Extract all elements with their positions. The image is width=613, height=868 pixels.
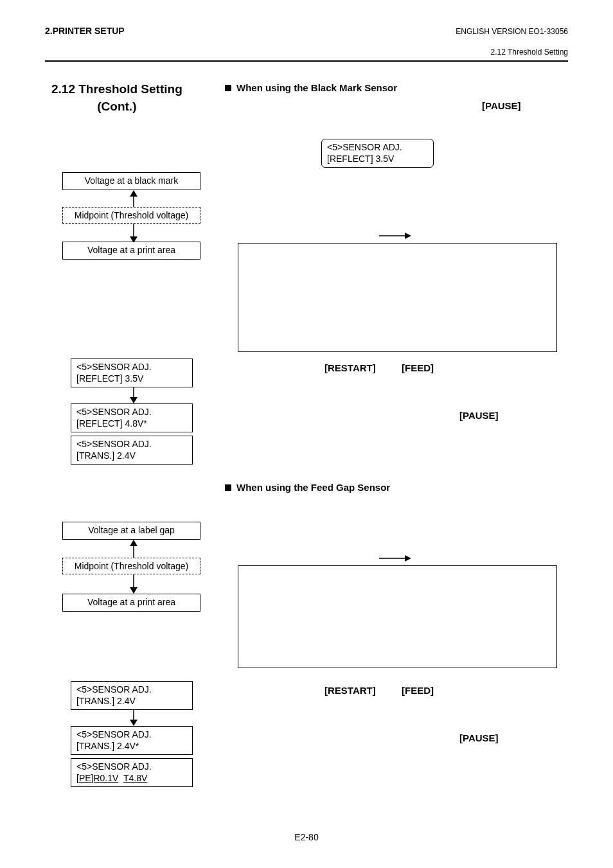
- lcd-reflect-box: <5>SENSOR ADJ. [REFLECT] 3.5V: [321, 139, 434, 168]
- seq2-box-3: <5>SENSOR ADJ. [PE]R0.1V T4.8V: [71, 758, 193, 787]
- square-bullet-icon: [225, 85, 231, 91]
- voltage-print-area-box-1: Voltage at a print area: [62, 242, 200, 260]
- feed-label-2: [FEED]: [402, 685, 434, 696]
- header-left: 2.PRINTER SETUP: [45, 26, 125, 36]
- svg-marker-9: [130, 540, 138, 546]
- voltage-print-area-box-2: Voltage at a print area: [62, 594, 200, 612]
- arrow-right-icon-2: [379, 554, 411, 562]
- fg-seq1-l2: [TRANS.] 2.4V: [76, 696, 187, 707]
- feed-gap-heading: When using the Feed Gap Sensor: [225, 482, 390, 493]
- black-mark-heading: When using the Black Mark Sensor: [225, 82, 397, 93]
- arrow-down-icon-2: [127, 387, 140, 403]
- section-title-line2: (Cont.): [51, 98, 182, 116]
- seq1-box-2: <5>SENSOR ADJ. [REFLECT] 4.8V*: [71, 403, 193, 432]
- square-bullet-icon-2: [225, 484, 231, 491]
- arrow-down-icon-4: [127, 709, 140, 726]
- voltage-label-gap-box: Voltage at a label gap: [62, 522, 200, 540]
- seq2-box-1: <5>SENSOR ADJ. [TRANS.] 2.4V: [71, 681, 193, 710]
- pause-label-2: [PAUSE]: [459, 410, 499, 421]
- section-title-block: 2.12 Threshold Setting (Cont.): [51, 81, 182, 115]
- seq1-l1: <5>SENSOR ADJ.: [76, 362, 187, 373]
- seq1-box-1: <5>SENSOR ADJ. [REFLECT] 3.5V: [71, 359, 193, 387]
- seq2-l1: <5>SENSOR ADJ.: [76, 407, 187, 418]
- waveform-rect-2: [238, 565, 557, 668]
- header-rule: [45, 60, 568, 62]
- midpoint-box-2: Midpoint (Threshold voltage): [62, 558, 200, 574]
- arrow-down-icon: [127, 224, 140, 243]
- svg-marker-15: [130, 720, 138, 726]
- seq2-l2: [REFLECT] 4.8V*: [76, 418, 187, 430]
- pause-label-1: [PAUSE]: [482, 100, 521, 111]
- section-title-line1: 2.12 Threshold Setting: [51, 81, 182, 98]
- seq1-l2: [REFLECT] 3.5V: [76, 373, 187, 385]
- svg-marker-13: [405, 555, 411, 562]
- arrow-right-icon: [379, 232, 411, 240]
- fg-seq3-l2b: T4.8V: [123, 773, 147, 783]
- lcd-reflect-l2: [REFLECT] 3.5V: [327, 154, 428, 165]
- black-mark-heading-text: When using the Black Mark Sensor: [236, 82, 397, 93]
- seq2-box-2: <5>SENSOR ADJ. [TRANS.] 2.4V*: [71, 726, 193, 755]
- fg-seq1-l1: <5>SENSOR ADJ.: [76, 684, 187, 696]
- page-footer: E2-80: [0, 832, 613, 842]
- seq1-box-3: <5>SENSOR ADJ. [TRANS.] 2.4V: [71, 436, 193, 465]
- fg-seq3-l1: <5>SENSOR ADJ.: [76, 761, 187, 773]
- svg-marker-11: [130, 587, 138, 594]
- midpoint-box-1: Midpoint (Threshold voltage): [62, 207, 200, 224]
- restart-label-1: [RESTART]: [324, 362, 376, 373]
- seq3-l2: [TRANS.] 2.4V: [76, 450, 187, 462]
- header-right: ENGLISH VERSION EO1-33056: [456, 27, 568, 36]
- restart-label-2: [RESTART]: [324, 685, 376, 696]
- arrow-up-icon-2: [127, 540, 140, 559]
- svg-marker-5: [405, 233, 411, 239]
- seq3-l1: <5>SENSOR ADJ.: [76, 439, 187, 450]
- arrow-down-icon-3: [127, 574, 140, 594]
- content-area: 2.12 Threshold Setting (Cont.) When usin…: [45, 81, 568, 820]
- pause-label-3: [PAUSE]: [459, 732, 499, 743]
- header-sub-right: 2.12 Threshold Setting: [45, 48, 568, 57]
- fg-seq3-l2: [PE]R0.1V T4.8V: [76, 773, 187, 784]
- fg-seq2-l2: [TRANS.] 2.4V*: [76, 741, 187, 752]
- waveform-rect-1: [238, 243, 557, 352]
- feed-label-1: [FEED]: [402, 362, 434, 373]
- page: 2.PRINTER SETUP ENGLISH VERSION EO1-3305…: [0, 0, 613, 868]
- page-header: 2.PRINTER SETUP ENGLISH VERSION EO1-3305…: [45, 26, 568, 36]
- svg-marker-7: [130, 397, 138, 403]
- feed-gap-heading-text: When using the Feed Gap Sensor: [236, 482, 390, 493]
- voltage-black-mark-box: Voltage at a black mark: [62, 172, 200, 190]
- fg-seq2-l1: <5>SENSOR ADJ.: [76, 729, 187, 741]
- fg-seq3-l2a: [PE]R0.1V: [76, 773, 118, 783]
- svg-marker-1: [130, 190, 138, 197]
- lcd-reflect-l1: <5>SENSOR ADJ.: [327, 142, 428, 154]
